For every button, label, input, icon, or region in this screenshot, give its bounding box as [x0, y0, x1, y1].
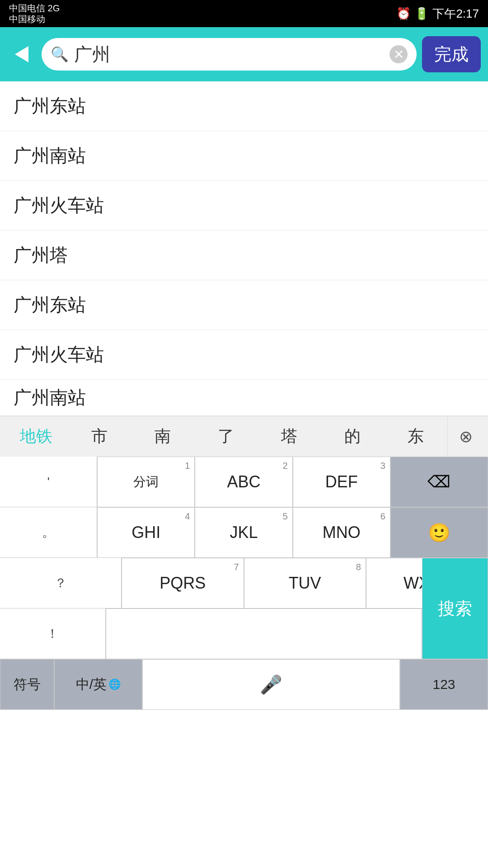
key-period[interactable]: 。 [0, 507, 97, 558]
candidate-item-6[interactable]: 东 [384, 416, 447, 457]
key-exclaim[interactable]: ！ [0, 609, 106, 659]
search-icon: 🔍 [51, 46, 69, 63]
suggestion-item[interactable]: 广州火车站 [0, 330, 488, 380]
candidate-item-5[interactable]: 的 [321, 416, 384, 457]
suggestion-item[interactable]: 广州东站 [0, 81, 488, 131]
key-5[interactable]: 5 JKL [195, 507, 292, 558]
ime-candidate-bar: 地铁 市 南 了 塔 的 东 ⊗ [0, 416, 488, 457]
key-3[interactable]: 3 DEF [293, 457, 390, 507]
candidate-item-2[interactable]: 南 [131, 416, 194, 457]
candidate-item-1[interactable]: 市 [68, 416, 131, 457]
key-1[interactable]: 1 分词 [97, 457, 195, 507]
search-input[interactable]: 广州 [74, 42, 384, 67]
carrier1: 中国电信 2G [9, 3, 60, 14]
suggestion-item[interactable]: 广州塔 [0, 231, 488, 280]
lang-switch-key[interactable]: 中/英 🌐 [54, 659, 142, 710]
keyboard-bottom-row: 符号 中/英 🌐 🎤 123 [0, 659, 488, 710]
globe-icon: 🌐 [108, 679, 121, 690]
mic-icon: 🎤 [260, 674, 282, 695]
candidate-item-0[interactable]: 地铁 [5, 416, 68, 457]
suggestion-item[interactable]: 广州南站 [0, 131, 488, 181]
keyboard: ' 1 分词 2 ABC 3 DEF ⌫ 。 4 GHI 5 JKL 6 [0, 457, 488, 710]
header: 🔍 广州 ✕ 完成 [0, 27, 488, 81]
delete-key[interactable]: ⌫ [390, 457, 488, 507]
done-button[interactable]: 完成 [422, 36, 481, 72]
suggestions-list: 广州东站 广州南站 广州火车站 广州塔 广州东站 广州火车站 广州南站 [0, 81, 488, 416]
candidate-item-3[interactable]: 了 [194, 416, 258, 457]
keyboard-row-3: ？ 7 PQRS 8 TUV 9 WXYZ 搜索 [0, 558, 488, 609]
key-6[interactable]: 6 MNO [293, 507, 390, 558]
search-box[interactable]: 🔍 广州 ✕ [42, 38, 417, 71]
carrier-info: 中国电信 2G 中国移动 [9, 3, 60, 24]
back-arrow-icon [15, 46, 28, 62]
key-comma[interactable]: ' [0, 457, 97, 507]
status-bar: 中国电信 2G 中国移动 ⏰ 🔋 下午2:17 [0, 0, 488, 27]
keyboard-row-4: ！ [0, 609, 488, 659]
emoji-key[interactable]: 🙂 [390, 507, 488, 558]
status-right: ⏰ 🔋 下午2:17 [396, 6, 479, 22]
carrier2: 中国移动 [9, 14, 60, 24]
suggestion-item[interactable]: 广州火车站 [0, 181, 488, 231]
search-key[interactable]: 搜索 [422, 558, 488, 659]
key-7[interactable]: 7 PQRS [122, 558, 244, 609]
space-key[interactable]: 🎤 [142, 659, 400, 710]
time-display: 下午2:17 [432, 6, 479, 22]
candidate-delete-button[interactable]: ⊗ [447, 416, 483, 457]
numeric-mode-key[interactable]: 123 [400, 659, 488, 710]
key-star[interactable] [106, 609, 422, 659]
symbols-key[interactable]: 符号 [0, 659, 54, 710]
key-question[interactable]: ？ [0, 558, 122, 609]
emoji-icon: 🙂 [428, 522, 450, 543]
key-8[interactable]: 8 TUV [244, 558, 366, 609]
back-button[interactable] [7, 40, 36, 69]
battery-icon: 🔋 [414, 7, 429, 21]
delete-icon: ⌫ [427, 472, 450, 491]
done-label: 完成 [434, 43, 469, 66]
keyboard-row-1: ' 1 分词 2 ABC 3 DEF ⌫ [0, 457, 488, 507]
candidate-item-4[interactable]: 塔 [258, 416, 321, 457]
keyboard-row-2: 。 4 GHI 5 JKL 6 MNO 🙂 [0, 507, 488, 558]
clear-button[interactable]: ✕ [389, 45, 408, 63]
suggestion-item[interactable]: 广州东站 [0, 280, 488, 330]
key-4[interactable]: 4 GHI [97, 507, 195, 558]
key-2[interactable]: 2 ABC [195, 457, 292, 507]
suggestion-item-partial[interactable]: 广州南站 [0, 380, 488, 416]
alarm-icon: ⏰ [396, 7, 411, 21]
